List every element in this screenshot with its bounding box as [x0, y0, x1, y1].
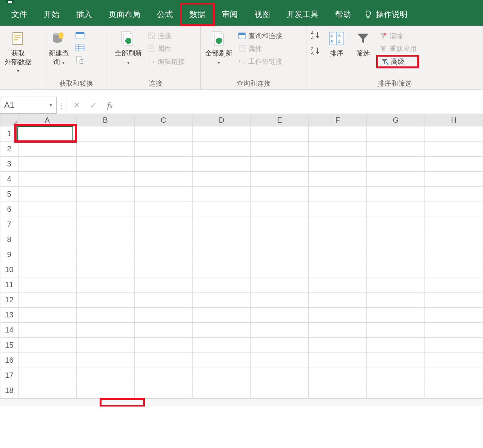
cell[interactable] — [76, 383, 134, 398]
row-header[interactable]: 18 — [0, 383, 18, 398]
refresh-all-button[interactable]: 全部刷新▾ — [113, 28, 143, 66]
cell[interactable] — [367, 293, 425, 308]
cell[interactable] — [76, 126, 134, 142]
name-box[interactable]: A1 ▼ — [0, 97, 57, 114]
cell[interactable] — [251, 323, 309, 338]
cell[interactable] — [18, 232, 76, 247]
row-header[interactable]: 9 — [0, 247, 18, 262]
cell[interactable] — [425, 142, 483, 157]
cell[interactable] — [367, 353, 425, 368]
cell[interactable] — [425, 202, 483, 217]
cell[interactable] — [425, 126, 483, 142]
cell[interactable] — [76, 247, 134, 262]
cell[interactable] — [425, 247, 483, 262]
cell[interactable] — [367, 323, 425, 338]
cell[interactable] — [76, 172, 134, 187]
cell[interactable] — [18, 368, 76, 383]
cell[interactable] — [192, 383, 251, 398]
cell[interactable] — [192, 368, 251, 383]
cell[interactable] — [134, 232, 192, 247]
row-header[interactable]: 1 — [0, 126, 18, 142]
cell[interactable] — [309, 353, 367, 368]
cell[interactable] — [367, 383, 425, 398]
tab-file[interactable]: 文件 — [3, 4, 35, 25]
cell[interactable] — [18, 126, 76, 142]
col-header[interactable]: E — [251, 114, 309, 126]
row-header[interactable]: 4 — [0, 172, 18, 187]
cell[interactable] — [309, 293, 367, 308]
cell[interactable] — [134, 202, 192, 217]
cell[interactable] — [251, 126, 309, 142]
cell[interactable] — [425, 338, 483, 353]
cell[interactable] — [192, 187, 251, 202]
row-header[interactable]: 2 — [0, 142, 18, 157]
from-table-icon[interactable] — [75, 42, 85, 53]
cell[interactable] — [18, 262, 76, 277]
cell[interactable] — [251, 157, 309, 172]
cell[interactable] — [134, 126, 192, 142]
row-header[interactable]: 14 — [0, 323, 18, 338]
connections-button[interactable]: 连接 — [146, 30, 186, 42]
cell[interactable] — [425, 232, 483, 247]
cell[interactable] — [367, 217, 425, 232]
cell[interactable] — [134, 277, 192, 293]
cell[interactable] — [425, 383, 483, 398]
cell[interactable] — [309, 323, 367, 338]
cell[interactable] — [192, 232, 251, 247]
col-header[interactable]: A — [18, 114, 76, 126]
row-header[interactable]: 17 — [0, 368, 18, 383]
cell[interactable] — [367, 232, 425, 247]
cell[interactable] — [309, 187, 367, 202]
cell[interactable] — [251, 187, 309, 202]
advanced-filter-button[interactable]: 高级 — [377, 56, 418, 67]
cell[interactable] — [192, 262, 251, 277]
tell-me[interactable]: 操作说明 — [364, 9, 408, 20]
row-header[interactable]: 15 — [0, 338, 18, 353]
cell[interactable] — [134, 157, 192, 172]
cell[interactable] — [18, 293, 76, 308]
cell[interactable] — [425, 262, 483, 277]
cell[interactable] — [367, 126, 425, 142]
tab-review[interactable]: 审阅 — [214, 4, 246, 25]
cell[interactable] — [309, 126, 367, 142]
row-header[interactable]: 12 — [0, 293, 18, 308]
col-header[interactable]: G — [367, 114, 425, 126]
chevron-down-icon[interactable]: ▼ — [48, 102, 53, 108]
cell[interactable] — [251, 277, 309, 293]
cell[interactable] — [251, 247, 309, 262]
cell[interactable] — [134, 247, 192, 262]
sort-button[interactable]: ZAAZ 排序 — [325, 28, 349, 58]
cell[interactable] — [192, 353, 251, 368]
cell[interactable] — [425, 323, 483, 338]
cell[interactable] — [134, 353, 192, 368]
cell[interactable] — [367, 308, 425, 323]
cell[interactable] — [309, 308, 367, 323]
sort-asc-button[interactable]: AZ — [310, 30, 321, 41]
cell[interactable] — [76, 353, 134, 368]
tab-view[interactable]: 视图 — [246, 4, 278, 25]
cell[interactable] — [309, 383, 367, 398]
cell[interactable] — [367, 202, 425, 217]
cell[interactable] — [251, 308, 309, 323]
cell[interactable] — [192, 323, 251, 338]
cell[interactable] — [251, 383, 309, 398]
cell[interactable] — [425, 353, 483, 368]
cell[interactable] — [76, 308, 134, 323]
cell[interactable] — [76, 187, 134, 202]
cell[interactable] — [425, 157, 483, 172]
cell[interactable] — [76, 142, 134, 157]
cell[interactable] — [134, 308, 192, 323]
cell[interactable] — [309, 217, 367, 232]
row-header[interactable]: 7 — [0, 217, 18, 232]
cell[interactable] — [367, 142, 425, 157]
cell[interactable] — [134, 338, 192, 353]
cell[interactable] — [192, 308, 251, 323]
cell[interactable] — [76, 217, 134, 232]
cell[interactable] — [18, 142, 76, 157]
cell[interactable] — [425, 368, 483, 383]
cell[interactable] — [309, 202, 367, 217]
col-header[interactable]: B — [76, 114, 134, 126]
cell[interactable] — [367, 157, 425, 172]
col-header[interactable]: D — [192, 114, 251, 126]
cell[interactable] — [134, 262, 192, 277]
